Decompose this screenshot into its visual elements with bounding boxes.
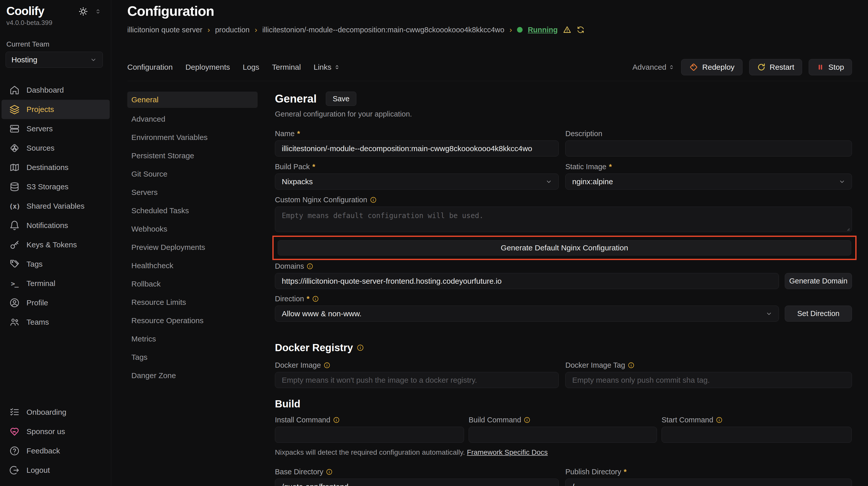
current-team-label: Current Team (6, 40, 50, 48)
subnav-general[interactable]: General (127, 92, 257, 108)
info-icon[interactable] (307, 263, 313, 270)
name-input[interactable] (275, 140, 559, 157)
domains-input[interactable] (275, 273, 779, 289)
sidebar-item-destinations[interactable]: Destinations (0, 158, 111, 177)
section-subtitle: General configuration for your applicati… (275, 110, 852, 118)
sidebar-item-s3-storages[interactable]: S3 Storages (0, 177, 111, 196)
custom-nginx-textarea[interactable] (275, 206, 852, 232)
subnav-advanced[interactable]: Advanced (127, 110, 257, 128)
set-direction-button[interactable]: Set Direction (785, 305, 852, 322)
info-icon[interactable] (323, 362, 331, 369)
resize-handle[interactable] (846, 227, 850, 231)
help-circle-icon (9, 446, 20, 456)
build-pack-select[interactable]: Nixpacks (275, 173, 559, 190)
nixpacks-note: Nixpacks will detect the required config… (275, 448, 852, 456)
info-icon[interactable] (326, 468, 333, 475)
subnav-git-source[interactable]: Git Source (127, 165, 257, 183)
server-icon (9, 123, 20, 134)
theme-sun-icon[interactable] (79, 7, 88, 16)
info-icon[interactable] (333, 417, 340, 423)
sidebar-item-logout[interactable]: Logout (0, 460, 111, 480)
info-icon[interactable] (524, 417, 530, 423)
tab-logs[interactable]: Logs (243, 63, 259, 71)
subnav-environment-variables[interactable]: Environment Variables (127, 128, 257, 147)
general-form: General Save General configuration for y… (275, 92, 852, 486)
advanced-dropdown[interactable]: Advanced (632, 63, 674, 71)
team-select-value: Hosting (11, 56, 37, 64)
tab-configuration[interactable]: Configuration (127, 63, 173, 71)
subnav-danger-zone[interactable]: Danger Zone (127, 366, 257, 385)
info-icon[interactable] (716, 417, 723, 423)
framework-docs-link[interactable]: Framework Specific Docs (467, 448, 548, 456)
sidebar-item-projects[interactable]: Projects (2, 100, 110, 119)
docker-image-input[interactable] (275, 372, 559, 388)
tab-links[interactable]: Links (314, 63, 340, 71)
app-version: v4.0.0-beta.399 (6, 19, 53, 27)
sidebar-item-keys-tokens[interactable]: Keys & Tokens (0, 235, 111, 254)
info-icon[interactable] (356, 344, 364, 351)
docker-image-tag-input[interactable] (565, 372, 852, 388)
subnav-scheduled-tasks[interactable]: Scheduled Tasks (127, 201, 257, 220)
sidebar-item-onboarding[interactable]: Onboarding (0, 402, 111, 422)
subnav-preview-deployments[interactable]: Preview Deployments (127, 238, 257, 257)
status-dot (517, 27, 523, 33)
info-icon[interactable] (628, 362, 634, 369)
start-command-input[interactable] (661, 427, 852, 443)
sidebar-item-dashboard[interactable]: Dashboard (0, 80, 111, 100)
subnav-resource-operations[interactable]: Resource Operations (127, 312, 257, 330)
sidebar-item-terminal[interactable]: >_ Terminal (0, 274, 111, 293)
domains-label: Domains (275, 262, 852, 270)
subnav-webhooks[interactable]: Webhooks (127, 220, 257, 238)
subnav-metrics[interactable]: Metrics (127, 330, 257, 348)
sidebar-item-notifications[interactable]: Notifications (0, 216, 111, 235)
layers-icon (9, 104, 20, 115)
generate-domain-button[interactable]: Generate Domain (785, 273, 852, 289)
info-icon[interactable] (312, 295, 319, 302)
chevron-down-icon (766, 310, 773, 317)
subnav-healthcheck[interactable]: Healthcheck (127, 257, 257, 275)
sidebar-item-sources[interactable]: Sources (0, 138, 111, 158)
sidebar-item-tags[interactable]: Tags (0, 254, 111, 274)
build-command-input[interactable] (469, 427, 657, 443)
breadcrumb-resource[interactable]: illicitestonion/-module--decomposition:m… (262, 26, 504, 34)
breadcrumb-environment[interactable]: production (215, 26, 249, 34)
map-icon (9, 162, 20, 173)
tab-deployments[interactable]: Deployments (185, 63, 230, 71)
sidebar-item-servers[interactable]: Servers (0, 119, 111, 138)
chevron-down-icon (545, 178, 552, 185)
heart-icon (9, 426, 20, 437)
subnav-persistent-storage[interactable]: Persistent Storage (127, 147, 257, 165)
refresh-icon[interactable] (577, 26, 585, 34)
description-input[interactable] (565, 140, 852, 157)
static-image-select[interactable]: nginx:alpine (565, 173, 852, 190)
theme-chevrons-icon[interactable] (95, 8, 101, 15)
redeploy-button[interactable]: Redeploy (681, 59, 743, 75)
redeploy-icon (689, 63, 698, 72)
publish-directory-input[interactable] (565, 479, 852, 486)
subnav-rollback[interactable]: Rollback (127, 275, 257, 293)
status-running-link[interactable]: Running (528, 26, 558, 34)
restart-button[interactable]: Restart (749, 59, 802, 75)
warning-triangle-icon[interactable] (563, 26, 571, 34)
subnav-resource-limits[interactable]: Resource Limits (127, 293, 257, 312)
info-icon[interactable] (370, 196, 377, 203)
save-button[interactable]: Save (326, 92, 356, 106)
sidebar-item-profile[interactable]: Profile (0, 293, 111, 313)
install-command-input[interactable] (275, 427, 464, 443)
sidebar-item-teams[interactable]: Teams (0, 313, 111, 332)
stop-button[interactable]: Stop (809, 59, 852, 75)
breadcrumb-project[interactable]: illicitonion quote server (127, 26, 203, 34)
subnav-servers[interactable]: Servers (127, 183, 257, 201)
direction-select[interactable]: Allow www & non-www. (275, 305, 779, 322)
logout-icon (9, 465, 20, 476)
team-select[interactable]: Hosting (6, 52, 103, 68)
generate-nginx-button[interactable]: Generate Default Nginx Configuration (278, 240, 851, 256)
subnav-tags[interactable]: Tags (127, 348, 257, 366)
base-directory-input[interactable] (275, 479, 559, 486)
breadcrumb: illicitonion quote server › production ›… (127, 26, 585, 34)
custom-nginx-label: Custom Nginx Configuration (275, 196, 852, 204)
sidebar-item-shared-variables[interactable]: (x) Shared Variables (0, 196, 111, 216)
sidebar-item-feedback[interactable]: Feedback (0, 441, 111, 460)
sidebar-item-sponsor[interactable]: Sponsor us (0, 422, 111, 441)
tab-terminal[interactable]: Terminal (272, 63, 301, 71)
